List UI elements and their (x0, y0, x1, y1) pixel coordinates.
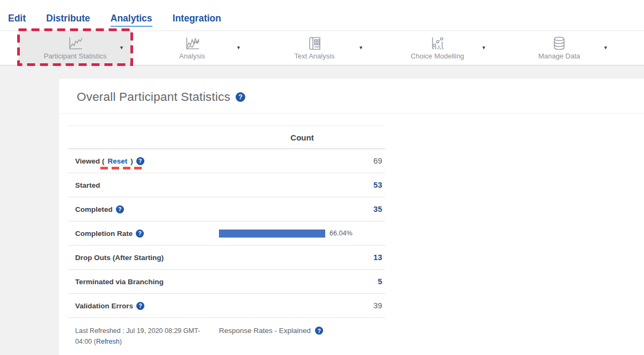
last-refreshed-suffix: ) (120, 338, 122, 345)
help-icon[interactable]: ? (236, 92, 245, 102)
toolbar-item-label: Participant Statistics (43, 52, 106, 60)
table-row-started: Started 53 (68, 173, 385, 197)
content-card: Overall Participant Statistics ? Count V… (59, 79, 644, 355)
toolbar-item-label: Choice Modelling (411, 52, 464, 60)
reset-link[interactable]: Reset (108, 157, 128, 165)
table-row-drop-outs: Drop Outs (After Starting) 13 (68, 246, 385, 270)
nav-tab-analytics[interactable]: Analytics (111, 13, 152, 27)
row-label: Completed ? (68, 205, 219, 213)
table-footer: Last Refreshed : Jul 19, 2020 08:29 GMT-… (68, 326, 385, 347)
refresh-link[interactable]: Refresh (96, 338, 120, 345)
table-header-row: Count (68, 125, 385, 149)
toolbar-item-label: Analysis (179, 52, 205, 60)
page-title-row: Overall Participant Statistics ? (59, 79, 644, 104)
drop-outs-label: Drop Outs (After Starting) (75, 254, 164, 262)
last-refreshed: Last Refreshed : Jul 19, 2020 08:29 GMT-… (68, 326, 219, 347)
count-column-header: Count (219, 133, 385, 142)
chevron-down-icon[interactable]: ▼ (236, 45, 241, 50)
started-count: 53 (219, 181, 385, 189)
completed-count: 35 (219, 205, 385, 213)
title-divider (59, 113, 644, 114)
nav-tab-distribute[interactable]: Distribute (46, 13, 90, 27)
top-header: Edit Distribute Analytics Integration Pa… (0, 0, 644, 65)
chevron-down-icon[interactable]: ▼ (481, 45, 486, 50)
scatter-chart-icon (429, 36, 446, 50)
completion-rate-label: Completion Rate (75, 230, 133, 238)
toolbar-item-choice-modelling[interactable]: Choice Modelling ▼ (378, 31, 496, 65)
completed-label: Completed (75, 205, 113, 213)
completion-rate-bar: 66.04% (219, 230, 380, 238)
row-label: Drop Outs (After Starting) (68, 254, 219, 262)
validation-errors-label: Validation Errors (75, 302, 133, 310)
toolbar-item-text-analysis[interactable]: Text Analysis ▼ (255, 31, 374, 65)
chevron-down-icon[interactable]: ▼ (119, 45, 124, 50)
row-label: Completion Rate ? (68, 230, 219, 238)
table-row-viewed: Viewed ( Reset ) ? 69 (68, 149, 385, 173)
toolbar-item-manage-data[interactable]: Manage Data ▼ (500, 31, 618, 65)
response-rates-explained: Response Rates - Explained ? (219, 326, 323, 347)
table-row-validation-errors: Validation Errors ? 39 (68, 294, 385, 318)
completion-rate-bar-fill (219, 230, 325, 238)
help-icon[interactable]: ? (315, 327, 323, 335)
toolbar-item-participant-statistics[interactable]: Participant Statistics ▼ (16, 31, 134, 65)
row-label: Viewed ( Reset ) ? (68, 157, 219, 165)
table-row-completed: Completed ? 35 (68, 197, 385, 221)
help-icon[interactable]: ? (136, 157, 144, 165)
viewed-count: 69 (219, 157, 385, 165)
line-chart-icon (67, 36, 84, 50)
chevron-down-icon[interactable]: ▼ (358, 45, 363, 50)
zigzag-chart-icon (184, 36, 201, 50)
row-label: Validation Errors ? (68, 302, 219, 310)
chevron-down-icon[interactable]: ▼ (603, 45, 608, 50)
help-icon[interactable]: ? (116, 205, 124, 213)
nav-tab-edit[interactable]: Edit (8, 13, 26, 27)
toolbar-item-label: Manage Data (538, 52, 580, 60)
annotation-underline (100, 167, 142, 169)
table-row-terminated: Terminated via Branching 5 (68, 270, 385, 294)
viewed-label-suffix: ) (130, 157, 133, 165)
analytics-toolbar: Participant Statistics ▼ Analysis ▼ Text… (0, 31, 644, 65)
help-icon[interactable]: ? (136, 302, 144, 310)
drop-outs-count: 13 (219, 253, 385, 262)
database-icon (551, 36, 568, 50)
nav-tab-integration[interactable]: Integration (173, 13, 221, 27)
viewed-label: Viewed ( (75, 157, 105, 165)
toolbar-item-analysis[interactable]: Analysis ▼ (133, 31, 251, 65)
toolbar-item-label: Text Analysis (294, 52, 334, 60)
started-label: Started (75, 181, 100, 189)
primary-nav: Edit Distribute Analytics Integration (0, 0, 644, 31)
validation-errors-count: 39 (219, 301, 385, 310)
terminated-count: 5 (219, 277, 385, 286)
response-rates-label: Response Rates - Explained (219, 327, 311, 335)
page-title: Overall Participant Statistics (77, 90, 230, 104)
last-refreshed-text: Last Refreshed : Jul 19, 2020 08:29 GMT-… (75, 327, 200, 345)
row-label: Terminated via Branching (68, 278, 219, 286)
table-row-completion-rate: Completion Rate ? 66.04% (68, 221, 385, 246)
newspaper-icon (306, 36, 323, 50)
completion-rate-percent: 66.04% (330, 230, 352, 237)
terminated-label: Terminated via Branching (75, 278, 164, 286)
participant-statistics-table: Count Viewed ( Reset ) ? 69 Started 53 C… (68, 125, 385, 318)
help-icon[interactable]: ? (136, 230, 144, 238)
row-label: Started (68, 181, 219, 189)
